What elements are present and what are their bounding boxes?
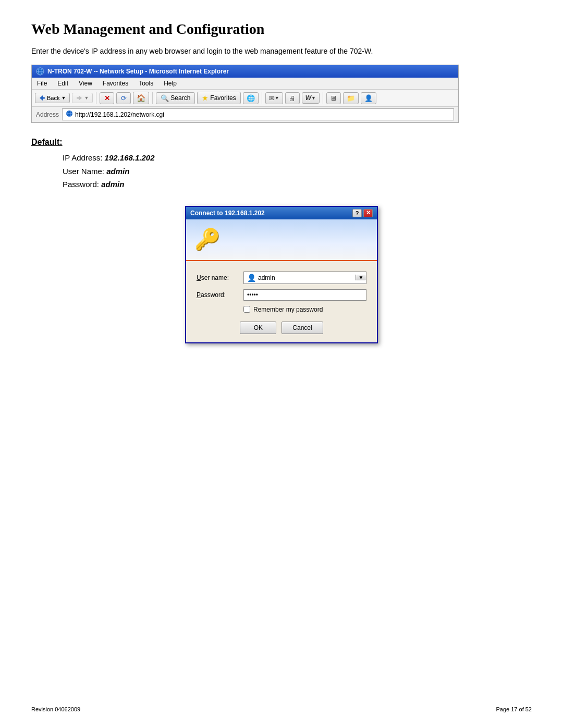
folders-button[interactable]: 📁 bbox=[343, 92, 359, 104]
toolbar-separator-4 bbox=[323, 92, 323, 104]
dialog-close-button[interactable]: ✕ bbox=[363, 209, 373, 217]
browser-title: N-TRON 702-W -- Network Setup - Microsof… bbox=[47, 68, 229, 75]
ip-label: IP Address: bbox=[63, 153, 102, 162]
dialog-username-label: User name: bbox=[197, 274, 243, 281]
svg-rect-6 bbox=[42, 97, 45, 99]
ip-address-line: IP Address: 192.168.1.202 bbox=[63, 151, 532, 165]
dialog-overlay: Connect to 192.168.1.202 ? ✕ 🔑 User name… bbox=[31, 206, 532, 343]
dialog-controls: ? ✕ bbox=[352, 209, 373, 217]
menu-view[interactable]: View bbox=[77, 79, 94, 88]
mail-icon: ✉ bbox=[269, 94, 275, 102]
password-value: admin bbox=[101, 180, 124, 189]
username-field-row: User name: 👤 admin ▼ bbox=[197, 272, 366, 284]
back-icon bbox=[39, 95, 45, 101]
media-button[interactable]: 🌐 bbox=[243, 92, 259, 104]
home-button[interactable]: 🏠 bbox=[133, 92, 149, 104]
refresh-icon: ⟳ bbox=[121, 94, 127, 102]
dialog-buttons: OK Cancel bbox=[197, 322, 366, 334]
svg-rect-8 bbox=[77, 97, 80, 99]
password-line: Password: admin bbox=[63, 178, 532, 191]
password-field-row: Password: ••••• bbox=[197, 289, 366, 301]
back-button[interactable]: Back ▼ bbox=[35, 93, 70, 103]
toolbar-separator-2 bbox=[152, 92, 153, 104]
remember-password-label: Remember my password bbox=[253, 306, 323, 313]
remember-password-checkbox[interactable] bbox=[243, 306, 250, 313]
default-info: IP Address: 192.168.1.202 User Name: adm… bbox=[63, 151, 532, 191]
folders-icon: 📁 bbox=[347, 94, 355, 102]
stop-icon: ✕ bbox=[104, 94, 110, 102]
user-icon: 👤 bbox=[247, 274, 256, 282]
star-icon: ★ bbox=[202, 94, 209, 102]
desktop-button[interactable]: 🖥 bbox=[326, 92, 341, 104]
ip-value: 192.168.1.202 bbox=[105, 153, 155, 162]
stop-button[interactable]: ✕ bbox=[100, 92, 114, 104]
username-input-value: admin bbox=[258, 274, 275, 281]
ok-button[interactable]: OK bbox=[240, 322, 276, 334]
browser-toolbar: Back ▼ ▼ ✕ ⟳ 🏠 🔍 Search bbox=[32, 90, 458, 107]
browser-titlebar: N-TRON 702-W -- Network Setup - Microsof… bbox=[32, 65, 458, 78]
media-icon: 🌐 bbox=[247, 94, 255, 102]
ie-titlebar-icon bbox=[36, 67, 44, 76]
users-icon: 👤 bbox=[364, 94, 373, 102]
username-dropdown-content: 👤 admin bbox=[244, 272, 356, 283]
desktop-icon: 🖥 bbox=[330, 94, 337, 102]
back-dropdown-arrow: ▼ bbox=[61, 95, 66, 101]
dialog-title: Connect to 192.168.1.202 bbox=[190, 209, 265, 217]
password-input[interactable]: ••••• bbox=[243, 289, 366, 301]
username-dropdown-arrow[interactable]: ▼ bbox=[356, 275, 366, 280]
toolbar-separator-1 bbox=[96, 92, 96, 104]
home-icon: 🏠 bbox=[137, 94, 145, 102]
mail-dropdown-arrow: ▼ bbox=[275, 95, 279, 101]
edit-toolbar-button[interactable]: W ▼ bbox=[302, 92, 320, 104]
dialog-titlebar: Connect to 192.168.1.202 ? ✕ bbox=[186, 207, 377, 219]
default-heading: Default: bbox=[31, 138, 532, 147]
browser-addressbar: Address http://192.168.1.202/network.cgi bbox=[32, 107, 458, 122]
search-icon: 🔍 bbox=[161, 94, 169, 102]
forward-dropdown-arrow: ▼ bbox=[84, 95, 89, 101]
menu-tools[interactable]: Tools bbox=[137, 79, 155, 88]
menu-file[interactable]: File bbox=[35, 79, 49, 88]
login-dialog: Connect to 192.168.1.202 ? ✕ 🔑 User name… bbox=[185, 206, 378, 343]
menu-favorites[interactable]: Favorites bbox=[101, 79, 130, 88]
edit-icon: W bbox=[305, 94, 311, 102]
page-title: Web Management and Configuration bbox=[31, 21, 532, 38]
edit-dropdown-arrow: ▼ bbox=[311, 95, 316, 101]
menu-help[interactable]: Help bbox=[162, 79, 179, 88]
dialog-body: User name: 👤 admin ▼ Password: ••••• bbox=[186, 261, 377, 342]
remember-password-row: Remember my password bbox=[243, 306, 366, 313]
key-icon: 🔑 bbox=[194, 227, 221, 252]
refresh-button[interactable]: ⟳ bbox=[116, 92, 131, 104]
toolbar-separator-3 bbox=[262, 92, 262, 104]
mail-button[interactable]: ✉ ▼ bbox=[265, 92, 283, 104]
footer-revision: Revision 04062009 bbox=[31, 706, 80, 712]
page-footer: Revision 04062009 Page 17 of 52 bbox=[31, 706, 532, 712]
print-button[interactable]: 🖨 bbox=[285, 92, 300, 104]
browser-menubar: File Edit View Favorites Tools Help bbox=[32, 78, 458, 90]
cancel-button[interactable]: Cancel bbox=[282, 322, 323, 334]
forward-icon bbox=[76, 95, 82, 101]
dialog-help-button[interactable]: ? bbox=[352, 209, 362, 217]
address-input-wrapper[interactable]: http://192.168.1.202/network.cgi bbox=[62, 108, 454, 120]
print-icon: 🖨 bbox=[289, 94, 296, 102]
username-dropdown[interactable]: 👤 admin ▼ bbox=[243, 272, 366, 284]
username-line: User Name: admin bbox=[63, 165, 532, 178]
menu-edit[interactable]: Edit bbox=[55, 79, 70, 88]
address-ie-icon bbox=[66, 110, 73, 119]
dialog-password-label: Password: bbox=[197, 291, 243, 299]
search-label: Search bbox=[170, 94, 190, 102]
username-value: admin bbox=[106, 167, 129, 176]
intro-paragraph: Enter the device's IP address in any web… bbox=[31, 47, 532, 55]
footer-page-number: Page 17 of 52 bbox=[496, 706, 532, 712]
password-dots: ••••• bbox=[247, 291, 258, 299]
default-section: Default: IP Address: 192.168.1.202 User … bbox=[31, 138, 532, 191]
search-button[interactable]: 🔍 Search bbox=[156, 92, 195, 104]
address-label: Address bbox=[36, 111, 59, 118]
users-button[interactable]: 👤 bbox=[361, 92, 376, 104]
dialog-header-area: 🔑 bbox=[186, 219, 377, 261]
password-label: Password: bbox=[63, 180, 99, 189]
forward-button[interactable]: ▼ bbox=[72, 93, 93, 103]
browser-window: N-TRON 702-W -- Network Setup - Microsof… bbox=[31, 65, 459, 123]
favorites-button[interactable]: ★ Favorites bbox=[197, 92, 240, 104]
address-url: http://192.168.1.202/network.cgi bbox=[75, 111, 164, 118]
favorites-label: Favorites bbox=[210, 94, 236, 102]
